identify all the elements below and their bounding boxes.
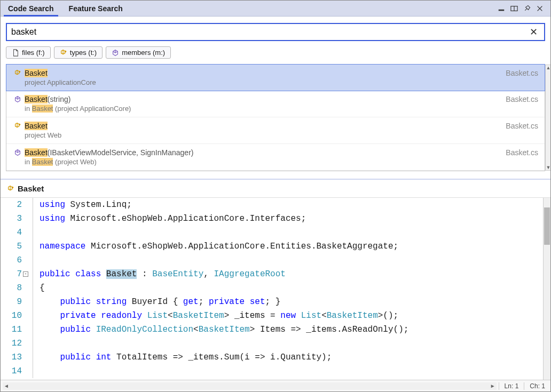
line-number: 5 [1,239,22,253]
code-line[interactable]: using Microsoft.eShopWeb.ApplicationCore… [33,212,550,226]
tab-code-search[interactable]: Code Search [1,1,61,16]
filter-types[interactable]: types (t:) [54,46,103,59]
file-icon [12,49,19,57]
code-line[interactable]: public int TotalItems => _items.Sum(i =>… [33,350,550,364]
line-number: 12 [1,337,22,350]
code-line[interactable]: public string BuyerId { get; private set… [33,295,550,309]
result-item[interactable]: Basket Basket.cs project ApplicationCore [6,64,545,91]
result-file: Basket.cs [506,95,538,103]
filter-label: members (m:) [122,49,165,57]
status-line: Ln: 1 [499,382,524,390]
window-buttons [493,1,548,16]
results-scrollbar[interactable]: ▲▼ [545,65,551,171]
status-bar: ◄ ► Ln: 1 Ch: 1 [1,380,550,391]
search-row: ✕ [1,17,550,45]
result-file: Basket.cs [506,122,538,130]
result-item[interactable]: Basket(IBasketViewModelService, SignInMa… [6,144,545,171]
fold-toggle-icon[interactable]: - [23,271,28,277]
result-file: Basket.cs [506,148,538,157]
gutter: 234567891011121314 [1,198,28,380]
titlebar: Code Search Feature Search [1,1,550,17]
results-list: Basket Basket.cs project ApplicationCore… [6,64,545,171]
line-number: 11 [1,323,22,337]
code-line[interactable] [33,364,550,378]
pin-icon[interactable] [523,4,531,13]
scroll-thumb[interactable] [544,207,550,245]
filter-label: types (t:) [70,49,97,57]
member-icon [112,49,119,57]
type-icon [14,122,21,130]
result-name: Basket [25,122,48,130]
code-line[interactable]: public IReadOnlyCollection<BasketItem> I… [33,323,550,337]
line-number: 13 [1,350,22,364]
filter-label: files (f:) [22,49,45,57]
code-editor[interactable]: 234567891011121314 using System.Linq;usi… [1,198,550,380]
line-number: 9 [1,295,22,309]
line-number: 3 [1,212,22,226]
line-number: 8 [1,281,22,295]
line-number: 4 [1,226,22,239]
vertical-scrollbar[interactable] [543,198,550,380]
split-icon[interactable] [510,4,518,13]
filter-files[interactable]: files (f:) [6,46,51,59]
result-name: Basket [25,69,48,77]
line-number: 10 [1,309,22,323]
line-number: 2 [1,198,22,212]
code-lines: using System.Linq;using Microsoft.eShopW… [28,198,550,380]
filter-row: files (f:) types (t:) members (m:) [1,45,550,64]
result-item[interactable]: Basket(string) Basket.cs in Basket (proj… [6,91,545,117]
tabs: Code Search Feature Search [1,1,493,16]
result-location: in Basket (project ApplicationCore) [25,105,538,113]
clear-icon[interactable]: ✕ [528,26,540,38]
tab-feature-search[interactable]: Feature Search [61,1,130,16]
preview-title: Basket [18,184,44,193]
code-line[interactable]: { [33,281,550,295]
result-item[interactable]: Basket Basket.cs project Web [6,117,545,144]
result-location: in Basket (project Web) [25,158,538,166]
type-icon [7,185,14,193]
line-number: 7 [1,267,22,281]
scroll-left-icon[interactable]: ◄ [3,383,10,389]
code-line[interactable]: private readonly List<BasketItem> _items… [33,309,550,323]
preview-header: Basket [1,180,550,198]
minimize-icon[interactable] [497,4,506,13]
type-icon [14,69,21,77]
horizontal-scrollbar[interactable]: ◄ ► [3,382,497,390]
result-name: Basket(string) [25,95,70,103]
preview-pane: Basket 234567891011121314 using System.L… [1,179,550,380]
type-icon [60,49,67,57]
line-number: 6 [1,253,22,267]
result-name: Basket(IBasketViewModelService, SignInMa… [25,148,193,157]
status-char: Ch: 1 [524,382,550,390]
line-number: 14 [1,364,22,378]
code-line[interactable] [33,337,550,350]
filter-members[interactable]: members (m:) [106,46,171,59]
search-input[interactable] [11,27,528,37]
member-icon [14,95,21,103]
search-box: ✕ [6,23,545,41]
scroll-right-icon[interactable]: ► [489,383,497,389]
code-line[interactable]: using System.Linq; [33,198,550,212]
member-icon [14,149,21,156]
tab-label: Feature Search [69,4,123,13]
result-location: project Web [25,131,538,139]
tab-label: Code Search [8,4,54,13]
result-file: Basket.cs [506,69,538,77]
close-icon[interactable] [536,4,544,13]
code-line[interactable] [33,226,550,239]
code-line[interactable] [33,253,550,267]
result-location: project ApplicationCore [25,78,538,86]
code-line[interactable]: namespace Microsoft.eShopWeb.Application… [33,239,550,253]
code-line[interactable]: public class Basket : BaseEntity, IAggre… [33,267,550,281]
